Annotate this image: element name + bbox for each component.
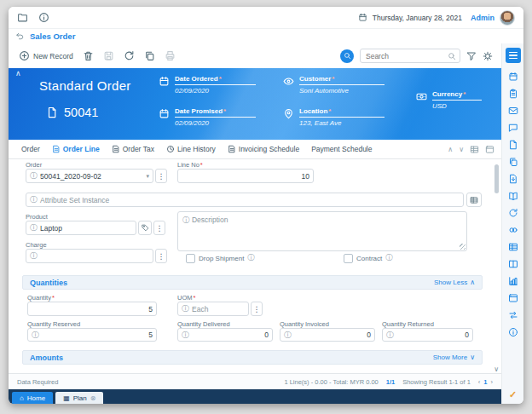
quantity-returned-field[interactable]: ⓘ 0 (382, 328, 473, 342)
customer-field[interactable]: Customer* Soni Automotive (283, 75, 385, 95)
uom-field[interactable]: ⓘ Each (177, 302, 249, 316)
tab-invoicing-schedule[interactable]: Invoicing Schedule (222, 140, 305, 158)
window-icon[interactable] (508, 293, 518, 303)
filter-icon[interactable] (466, 51, 477, 61)
table-icon[interactable] (508, 242, 518, 252)
currency-field[interactable]: Currency* USD (416, 90, 482, 110)
copy-button[interactable] (144, 50, 155, 61)
order-combo[interactable]: ⓘ 50041_2020-09-02 ▾ (26, 169, 153, 183)
toolbar: New Record (9, 43, 501, 68)
swap-icon[interactable] (508, 310, 518, 320)
expand-all-icon[interactable]: ∨ (459, 146, 464, 153)
close-icon[interactable]: ⊗ (90, 394, 96, 402)
amounts-section-header[interactable]: Amounts Show More∨ (22, 350, 483, 365)
info-circle-icon: ⓘ (30, 250, 38, 262)
scroll-down-icon[interactable]: ∨ (494, 365, 499, 373)
line-no-label: Line No* (177, 161, 203, 169)
search-input[interactable] (364, 51, 448, 61)
scrollbar-thumb[interactable] (494, 164, 499, 193)
drop-shipment-checkbox[interactable]: Drop Shipment ⓘ (186, 253, 255, 263)
undo-icon[interactable] (15, 32, 25, 41)
refresh-button[interactable] (124, 50, 135, 61)
book-icon[interactable] (508, 191, 518, 201)
product-lookup-button[interactable] (138, 221, 152, 235)
document-number-row: 50041 (46, 106, 98, 119)
hamburger-menu-button[interactable] (506, 48, 521, 63)
charge-more-button[interactable]: ⋮ (155, 249, 167, 263)
copy-icon[interactable] (508, 157, 518, 167)
resize-handle[interactable] (460, 244, 466, 250)
tab-payment-schedule[interactable]: Payment Schedule (305, 140, 378, 158)
columns-icon[interactable] (508, 259, 518, 269)
export-icon[interactable] (508, 174, 518, 184)
order-more-button[interactable]: ⋮ (155, 169, 167, 183)
tab-order-line[interactable]: Order Line (46, 140, 106, 158)
chart-icon[interactable] (508, 276, 518, 286)
split-view-icon[interactable] (485, 145, 494, 154)
checkbox-box[interactable] (344, 254, 353, 263)
uom-more-button[interactable]: ⋮ (251, 302, 263, 316)
info-circle-icon: ⓘ (182, 303, 189, 314)
prev-page-icon[interactable]: ‹ (478, 378, 481, 386)
quantity-reserved-field[interactable]: ⓘ 5 (27, 328, 157, 342)
amounts-title: Amounts (30, 354, 63, 362)
gear-icon[interactable] (483, 51, 493, 61)
grid-view-icon[interactable] (470, 145, 479, 154)
date-promised-field[interactable]: Date Promised* 02/09/2020 (159, 107, 256, 127)
refresh-icon[interactable] (508, 208, 518, 218)
product-more-button[interactable]: ⋮ (153, 221, 165, 235)
quantities-section-header[interactable]: Quantities Show Less∧ (22, 275, 483, 290)
description-textarea[interactable]: ⓘ Description (177, 211, 467, 251)
info-icon[interactable] (38, 12, 49, 23)
info-icon[interactable] (508, 327, 518, 337)
bottom-tab-home[interactable]: ⌂ Home (12, 392, 53, 404)
save-button[interactable] (103, 50, 114, 61)
page-number[interactable]: 1 (483, 378, 487, 386)
quantity-delivered-field[interactable]: ⓘ 0 (177, 328, 273, 342)
tab-order[interactable]: Order (15, 140, 46, 158)
collapse-header-icon[interactable]: ∧ (15, 69, 21, 78)
order-label: Order (26, 161, 42, 169)
charge-field[interactable]: ⓘ (26, 249, 153, 263)
quantity-invoiced-field[interactable]: ⓘ 0 (280, 328, 375, 342)
tab-line-history[interactable]: Line History (160, 140, 222, 158)
field-label: Date Promised* (175, 107, 256, 115)
next-page-icon[interactable]: › (491, 378, 494, 386)
uom-value: Each (192, 305, 208, 313)
avatar[interactable] (500, 10, 515, 26)
quick-search-button[interactable] (340, 49, 354, 63)
calendar-icon[interactable] (508, 72, 518, 82)
collapse-all-icon[interactable]: ∧ (448, 146, 453, 153)
link-icon[interactable] (508, 225, 518, 235)
quantities-toggle-link[interactable]: Show Less∧ (434, 279, 475, 286)
search-icon (448, 52, 456, 60)
chat-icon[interactable] (508, 123, 518, 133)
checkbox-box[interactable] (186, 254, 195, 263)
clipboard-icon[interactable] (508, 89, 518, 99)
field-value: 02/09/2020 (175, 119, 256, 127)
attribute-set-field[interactable]: ⓘ Attribute Set Instance (26, 193, 464, 207)
chevron-down-icon[interactable]: ▾ (146, 173, 149, 180)
new-record-button[interactable]: New Record (19, 50, 73, 61)
quantity-label: Quantity* (27, 294, 55, 302)
bottom-tab-plan[interactable]: ▦ Plan ⊗ (55, 392, 103, 404)
folder-icon[interactable] (17, 12, 28, 23)
status-bar: Data Required 1 Line(s) - 0.00 - Total: … (9, 373, 501, 389)
description-placeholder: Description (192, 216, 228, 224)
attribute-set-button[interactable] (466, 193, 482, 207)
amounts-toggle-link[interactable]: Show More∨ (433, 354, 475, 361)
chevron-up-icon: ∧ (470, 279, 475, 286)
location-field[interactable]: Location* 123, East Ave (283, 107, 385, 127)
product-field[interactable]: ⓘ Laptop (26, 221, 136, 235)
contract-checkbox[interactable]: Contract ⓘ (344, 253, 393, 263)
date-ordered-field[interactable]: Date Ordered* 02/09/2020 (159, 75, 256, 95)
mail-icon[interactable] (508, 106, 518, 116)
delete-button[interactable] (83, 50, 94, 61)
document-icon[interactable] (508, 140, 518, 150)
check-icon[interactable]: ✓ (509, 389, 517, 400)
quantity-field[interactable]: 5 (27, 302, 157, 316)
tab-order-tax[interactable]: Order Tax (106, 140, 160, 158)
line-no-field[interactable]: 10 (177, 169, 314, 183)
user-name[interactable]: Admin (471, 14, 494, 22)
print-button[interactable] (165, 50, 176, 61)
